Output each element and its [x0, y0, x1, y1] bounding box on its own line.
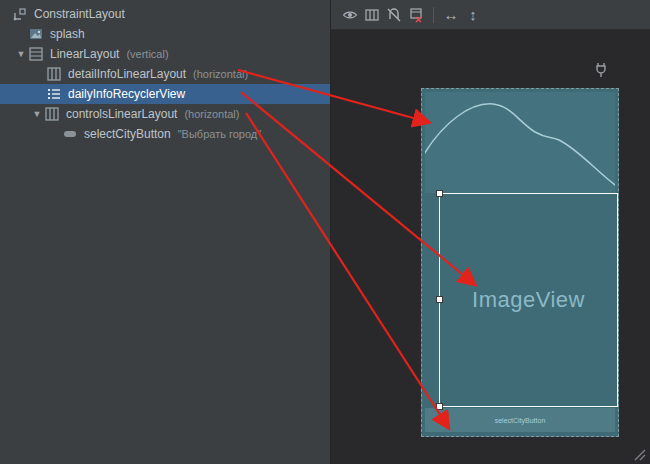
- selection-handle-mid-left[interactable]: [436, 296, 443, 303]
- tree-item-label: ConstraintLayout: [34, 7, 125, 21]
- tree-item-constraint-layout[interactable]: ConstraintLayout: [0, 4, 330, 24]
- android-studio-layout-editor: { "tree": { "items": [ { "label": "Const…: [0, 0, 650, 464]
- constraint-layout-icon: [12, 6, 28, 22]
- preview-splash-image[interactable]: [425, 92, 615, 193]
- wave-curve: [425, 104, 615, 188]
- horizontal-arrow-glyph: ↔: [444, 7, 459, 22]
- tree-item-select-city-button[interactable]: selectCityButton "Выбрать город": [0, 124, 330, 144]
- tree-item-label: splash: [50, 27, 85, 41]
- tree-item-label: selectCityButton: [84, 127, 171, 141]
- tree-item-label: LinearLayout: [50, 47, 119, 61]
- tree-item-suffix: "Выбрать город": [178, 128, 261, 140]
- design-surface-panel: ↔ ↕ ImageView selectCityButton: [330, 0, 650, 464]
- chevron-down-icon[interactable]: ▼: [30, 104, 44, 124]
- clear-constraints-icon[interactable]: [405, 4, 427, 26]
- selection-handle-bottom-left[interactable]: [436, 403, 443, 410]
- tree-item-suffix: (vertical): [126, 48, 168, 60]
- image-icon: [28, 26, 44, 42]
- preview-select-city-button[interactable]: selectCityButton: [425, 408, 615, 432]
- wrench-icon: [595, 62, 607, 78]
- design-toolbar: ↔ ↕: [331, 0, 650, 30]
- tree-item-daily-info-recycler-view[interactable]: dailyInfoRecyclerView: [0, 84, 330, 104]
- toolbar-separator: [433, 7, 434, 23]
- recycler-view-icon: [46, 86, 62, 102]
- linear-layout-horizontal-icon: [44, 106, 60, 122]
- autoconnect-off-icon[interactable]: [383, 4, 405, 26]
- tree-item-label: controlsLinearLayout: [66, 107, 177, 121]
- component-tree-panel: ConstraintLayout splash ▼ LinearLayout (…: [0, 0, 330, 464]
- tree-item-suffix: (horizontal): [184, 108, 239, 120]
- selection-handle-top-left[interactable]: [436, 190, 443, 197]
- linear-layout-horizontal-icon: [46, 66, 62, 82]
- tree-item-label: detailInfoLinearLayout: [68, 67, 186, 81]
- vertical-arrow-glyph: ↕: [469, 7, 477, 22]
- select-city-button-label: selectCityButton: [495, 417, 546, 424]
- tree-item-suffix: (horizontal): [193, 68, 248, 80]
- resize-grip-icon[interactable]: [633, 448, 647, 462]
- columns-icon[interactable]: [361, 4, 383, 26]
- tree-item-label: dailyInfoRecyclerView: [68, 87, 185, 101]
- preview-imageview-region[interactable]: ImageView: [439, 193, 618, 407]
- linear-layout-vertical-icon: [28, 46, 44, 62]
- chevron-down-icon[interactable]: ▼: [14, 44, 28, 64]
- tree-item-controls-linear-layout[interactable]: ▼ controlsLinearLayout (horizontal): [0, 104, 330, 124]
- visibility-eye-icon[interactable]: [339, 4, 361, 26]
- button-icon: [62, 126, 78, 142]
- tree-item-detail-info-linear-layout[interactable]: detailInfoLinearLayout (horizontal): [0, 64, 330, 84]
- layout-preview[interactable]: ImageView selectCityButton: [421, 88, 619, 437]
- vertical-arrow-icon[interactable]: ↕: [462, 4, 484, 26]
- tree-item-linear-layout[interactable]: ▼ LinearLayout (vertical): [0, 44, 330, 64]
- horizontal-arrow-icon[interactable]: ↔: [440, 4, 462, 26]
- tree-item-splash[interactable]: splash: [0, 24, 330, 44]
- design-canvas[interactable]: ImageView selectCityButton: [331, 30, 650, 464]
- imageview-label: ImageView: [472, 287, 585, 313]
